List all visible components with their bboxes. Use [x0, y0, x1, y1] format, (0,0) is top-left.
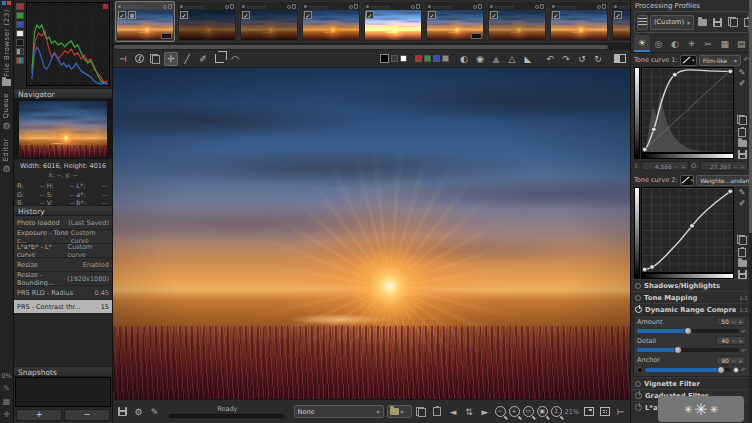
false-color-button[interactable]: ◐ [457, 52, 471, 66]
color-label-icon[interactable] [180, 5, 183, 8]
section-dynamic-range-compression[interactable]: Dynamic Range Compression 1:1 [631, 303, 752, 315]
reset-icon[interactable]: ↶ [741, 328, 746, 335]
fullscreen-button[interactable] [598, 405, 611, 418]
plus-stepper[interactable]: + [740, 163, 745, 170]
unrated-icon[interactable] [597, 5, 601, 9]
bg-color-gray-button[interactable] [391, 55, 398, 62]
section-shadows-highlights[interactable]: Shadows/Highlights [631, 279, 752, 291]
load-curve-icon[interactable] [738, 140, 747, 147]
thumbnail-sort-button[interactable]: ⇅ [463, 405, 476, 418]
tab-transform[interactable]: ✂ [700, 35, 716, 52]
zoom-fit-crop-button[interactable]: ▣ [537, 406, 548, 417]
info-button[interactable]: i [132, 52, 146, 66]
tab-queue[interactable]: Queue ⚙ [2, 93, 10, 131]
section-vignette-filter[interactable]: Vignette Filter [631, 377, 752, 389]
load-profile-button[interactable] [696, 16, 709, 29]
bg-color-white-button[interactable] [400, 55, 407, 62]
output-value-box[interactable]: 27.397−+ [700, 161, 748, 171]
profile-select[interactable]: (Custom)▾ [650, 15, 694, 30]
unrated-icon[interactable] [287, 5, 291, 9]
before-after-view-button[interactable] [613, 52, 627, 66]
amount-slider[interactable] [637, 329, 739, 333]
history-row[interactable]: L*a*b* - L* curveCustom curve [14, 244, 112, 258]
red-preview-button[interactable] [415, 55, 422, 62]
luminosity-preview-button[interactable] [442, 55, 449, 62]
input-value-box[interactable]: 4.566−+ [641, 161, 689, 171]
slider-knob[interactable] [684, 327, 692, 335]
zoom-fit-button[interactable]: ▭ [523, 406, 534, 417]
filmstrip-thumbnail[interactable]: ☆☆☆☆☆ ✓ [177, 1, 237, 42]
filmstrip-thumbnail[interactable]: ☆☆☆☆☆ ✓ [487, 1, 547, 42]
profile-menu-button[interactable] [637, 15, 648, 30]
paste-curve-icon[interactable] [738, 128, 746, 137]
show-exif-button[interactable] [148, 52, 162, 66]
grid-icon[interactable]: ▦ [3, 397, 11, 406]
curve-plot[interactable] [641, 187, 734, 273]
edit-point-icon[interactable]: ✎ [739, 189, 746, 197]
profile-quick-select[interactable]: None▾ [294, 405, 384, 418]
image-canvas[interactable] [113, 68, 630, 399]
zoom-in-button[interactable]: + [509, 406, 520, 417]
trash-icon[interactable] [230, 4, 234, 9]
star-rating[interactable]: ☆☆☆☆☆ [308, 4, 348, 10]
chromaticity-toggle[interactable] [16, 39, 24, 46]
blue-channel-toggle[interactable] [16, 21, 24, 28]
luminosity-toggle[interactable] [16, 30, 24, 37]
plus-stepper[interactable]: + [681, 163, 686, 170]
section-tone-mapping[interactable]: Tone Mapping 1:1 [631, 291, 752, 303]
star-rating[interactable]: ☆☆☆☆☆ [184, 4, 224, 10]
save-curve-icon[interactable] [738, 150, 747, 159]
blue-preview-button[interactable] [433, 55, 440, 62]
next-image-button[interactable]: ► [479, 405, 492, 418]
paste-profile-button[interactable] [431, 405, 444, 418]
history-row[interactable]: Resize - Bounding...(1920x1080) [14, 272, 112, 286]
filmstrip-thumbnail[interactable]: ☆☆☆☆☆ ✓ [611, 1, 630, 42]
tab-metadata[interactable]: ▤ [733, 35, 749, 52]
unrated-icon[interactable] [535, 5, 539, 9]
color-label-icon[interactable] [552, 5, 555, 8]
green-channel-toggle[interactable] [16, 12, 24, 19]
power-on-icon[interactable] [635, 306, 642, 313]
tab-file-browser[interactable]: File Browser (23) [2, 9, 11, 86]
pick-point-icon[interactable]: ✐ [739, 80, 746, 88]
curve-plot[interactable] [641, 67, 734, 153]
previous-image-button[interactable]: ◄ [447, 405, 460, 418]
tab-raw[interactable]: ▦ [717, 35, 733, 52]
filmstrip-thumbnail[interactable]: ☆☆☆☆☆ ✓ [301, 1, 361, 42]
power-icon[interactable] [635, 392, 642, 399]
detail-slider[interactable] [637, 348, 739, 352]
anchor-slider[interactable] [645, 368, 731, 372]
snapshots-list[interactable] [15, 377, 111, 407]
copy-profile-button[interactable] [726, 16, 739, 29]
star-rating[interactable]: ☆☆☆☆☆ [494, 4, 534, 10]
copy-profile-button[interactable] [415, 405, 428, 418]
bg-color-black-button[interactable] [380, 54, 389, 63]
trash-icon[interactable] [416, 4, 420, 9]
color-label-icon[interactable] [118, 5, 121, 8]
color-label-icon[interactable] [490, 5, 493, 8]
minus-stepper[interactable]: − [731, 357, 736, 364]
filmstrip-thumbnail[interactable]: ☆☆☆☆☆ ✓ [425, 1, 485, 42]
bar-mode-toggle[interactable] [16, 57, 24, 64]
filmstrip-thumbnail[interactable]: ☆☆☆☆☆ ✓ [363, 1, 423, 42]
tab-color[interactable]: ◐ [667, 35, 683, 52]
color-label-icon[interactable] [242, 5, 245, 8]
rotate-right-button[interactable]: ↻ [591, 52, 605, 66]
curve-type-select[interactable]: ▾ [680, 175, 695, 186]
green-preview-button[interactable] [424, 55, 431, 62]
reset-icon[interactable]: ↶ [741, 347, 746, 354]
gamut-check-button[interactable]: ◉ [473, 52, 487, 66]
tab-detail[interactable]: ◎ [651, 35, 667, 52]
color-label-icon[interactable] [304, 5, 307, 8]
star-rating[interactable]: ☆☆☆☆☆ [246, 4, 286, 10]
trash-icon[interactable] [478, 4, 482, 9]
raw-histogram-toggle[interactable] [16, 48, 24, 55]
zoom-100-button[interactable]: 1 [551, 406, 562, 417]
trash-icon[interactable] [354, 4, 358, 9]
add-snapshot-button[interactable]: + [16, 409, 62, 421]
rotate-left-button[interactable]: ↺ [575, 52, 589, 66]
paste-curve-icon[interactable] [738, 248, 746, 257]
plus-stepper[interactable]: + [738, 318, 743, 325]
minus-stepper[interactable]: − [733, 163, 738, 170]
unrated-icon[interactable] [225, 5, 229, 9]
